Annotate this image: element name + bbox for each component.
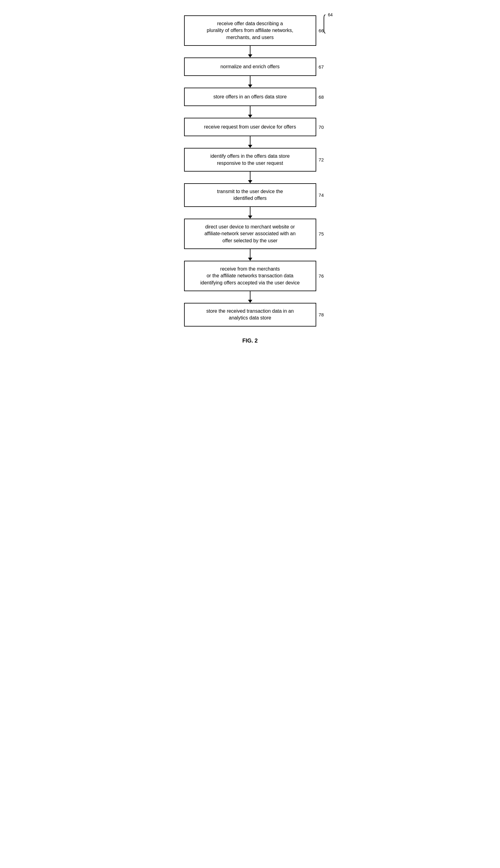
box-76: receive from the merchants or the affili… [184,261,316,291]
flow-item-76: receive from the merchants or the affili… [161,261,339,291]
box-70: receive request from user device for off… [184,118,316,136]
arrow-4 [161,136,339,148]
box-70-label: 70 [319,125,324,130]
box-68-text: store offers in an offers data store [213,93,287,100]
box-74-text: transmit to the user device the identifi… [217,188,283,202]
box-78: store the received transaction data in a… [184,303,316,327]
flow-item-70: receive request from user device for off… [161,118,339,136]
arrow-2 [161,76,339,88]
box-66: receive offer data describing a pluralit… [184,15,316,46]
box-72: identify offers in the offers data store… [184,148,316,171]
box-78-label: 78 [319,312,324,317]
box-78-text: store the received transaction data in a… [206,308,294,322]
flow-item-66: receive offer data describing a pluralit… [161,15,339,46]
box-75-text: direct user device to merchant website o… [204,224,296,244]
box-67-label: 67 [319,64,324,69]
figure-label: FIG. 2 [242,338,258,344]
flow-item-68: store offers in an offers data store 68 [161,88,339,106]
arrow-5 [161,171,339,183]
box-75-label: 75 [319,231,324,236]
arrow-7 [161,249,339,261]
box-68-label: 68 [319,94,324,100]
arrow-8 [161,291,339,303]
flow-item-74: transmit to the user device the identifi… [161,183,339,207]
box-72-label: 72 [319,157,324,162]
flow-item-67: normalize and enrich offers 67 [161,57,339,76]
bracket-64: 64 [322,12,339,48]
box-76-text: receive from the merchants or the affili… [200,266,300,286]
box-74: transmit to the user device the identifi… [184,183,316,207]
box-76-label: 76 [319,273,324,279]
arrow-3 [161,106,339,118]
flow-item-75: direct user device to merchant website o… [161,218,339,249]
arrow-6 [161,207,339,218]
box-74-label: 74 [319,192,324,198]
flow-item-78: store the received transaction data in a… [161,303,339,327]
box-70-text: receive request from user device for off… [204,124,296,131]
flow-item-72: identify offers in the offers data store… [161,148,339,171]
arrow-1 [161,46,339,57]
svg-text:64: 64 [328,12,333,17]
box-67: normalize and enrich offers [184,57,316,76]
box-67-text: normalize and enrich offers [220,63,280,70]
box-66-text: receive offer data describing a pluralit… [207,20,293,41]
box-72-text: identify offers in the offers data store… [210,153,289,167]
diagram-container: receive offer data describing a pluralit… [155,6,345,356]
box-75: direct user device to merchant website o… [184,218,316,249]
box-68: store offers in an offers data store [184,88,316,106]
